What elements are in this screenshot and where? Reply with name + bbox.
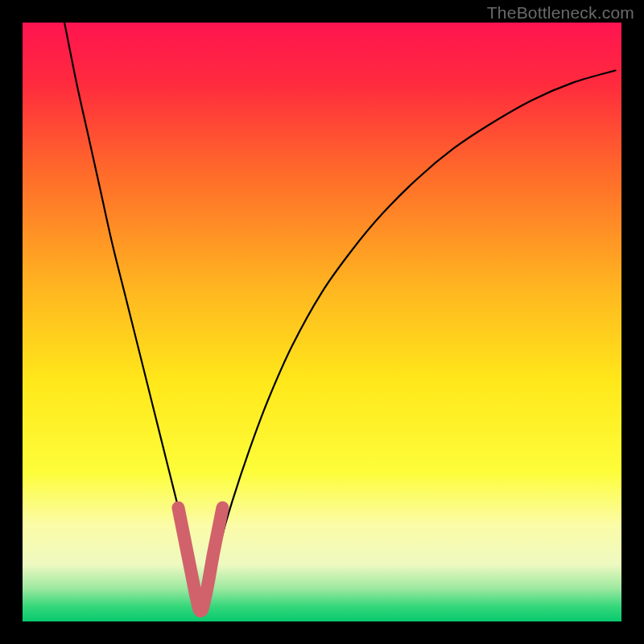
chart-background (23, 23, 621, 621)
watermark: TheBottleneck.com (487, 3, 634, 23)
chart-plot-area (23, 23, 621, 621)
chart-svg (23, 23, 621, 621)
